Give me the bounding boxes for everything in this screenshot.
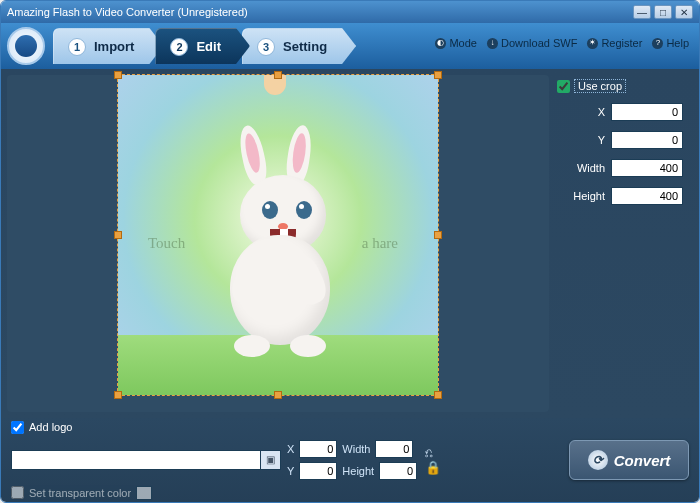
help-icon: ? <box>652 38 663 49</box>
tab-edit[interactable]: 2 Edit <box>155 28 250 64</box>
crop-width-label: Width <box>577 162 605 174</box>
tab-setting-number: 3 <box>257 38 275 56</box>
tab-import[interactable]: 1 Import <box>53 28 163 64</box>
crop-handle-tm[interactable] <box>274 71 282 79</box>
step-tabs: 1 Import 2 Edit 3 Setting <box>53 28 348 64</box>
minimize-button[interactable]: — <box>633 5 651 19</box>
crop-height-label: Height <box>573 190 605 202</box>
register-link[interactable]: ✶Register <box>587 37 642 49</box>
logo-width-input[interactable] <box>375 440 413 458</box>
app-logo-icon <box>7 27 45 65</box>
tab-setting-label: Setting <box>283 39 327 54</box>
crop-width-input[interactable] <box>611 159 683 177</box>
convert-icon: ⟳ <box>588 450 608 470</box>
crop-handle-bl[interactable] <box>114 391 122 399</box>
tab-import-label: Import <box>94 39 134 54</box>
crop-handle-tr[interactable] <box>434 71 442 79</box>
crop-handle-tl[interactable] <box>114 71 122 79</box>
tab-import-number: 1 <box>68 38 86 56</box>
browse-logo-button[interactable]: ▣ <box>261 450 281 470</box>
use-crop-checkbox[interactable] <box>557 80 570 93</box>
watermark-right: a hare <box>362 235 398 252</box>
use-crop-label: Use crop <box>574 79 626 93</box>
download-icon: ↓ <box>487 38 498 49</box>
logo-panel: Add logo ▣ XWidth YHeight ⎌🔒 Set transpa… <box>11 421 559 500</box>
logo-y-label: Y <box>287 465 294 477</box>
tab-setting[interactable]: 3 Setting <box>242 28 356 64</box>
add-logo-checkbox[interactable] <box>11 421 24 434</box>
preview-image: Touch a hare <box>118 75 438 395</box>
add-logo-label: Add logo <box>29 421 72 433</box>
header-bar: 1 Import 2 Edit 3 Setting ◐Mode ↓Downloa… <box>1 23 699 69</box>
crop-height-input[interactable] <box>611 187 683 205</box>
convert-button[interactable]: ⟳ Convert <box>569 440 689 480</box>
transparent-color-checkbox[interactable] <box>11 486 24 499</box>
crop-sidebar: Use crop X Y Width Height <box>553 75 693 412</box>
crop-x-label: X <box>598 106 605 118</box>
titlebar: Amazing Flash to Video Converter (Unregi… <box>1 1 699 23</box>
transparent-color-swatch[interactable] <box>136 486 152 500</box>
help-link[interactable]: ?Help <box>652 37 689 49</box>
logo-y-input[interactable] <box>299 462 337 480</box>
download-swf-link[interactable]: ↓Download SWF <box>487 37 577 49</box>
crop-preview[interactable]: Touch a hare <box>118 75 438 395</box>
close-button[interactable]: ✕ <box>675 5 693 19</box>
app-window: Amazing Flash to Video Converter (Unregi… <box>0 0 700 503</box>
window-title: Amazing Flash to Video Converter (Unregi… <box>7 6 630 18</box>
logo-height-label: Height <box>342 465 374 477</box>
logo-x-input[interactable] <box>299 440 337 458</box>
crop-handle-br[interactable] <box>434 391 442 399</box>
transparent-color-label: Set transparent color <box>29 487 131 499</box>
tab-edit-number: 2 <box>170 38 188 56</box>
crop-handle-mr[interactable] <box>434 231 442 239</box>
crop-handle-bm[interactable] <box>274 391 282 399</box>
lock-icon: ⎌🔒 <box>425 445 441 475</box>
logo-path-input[interactable] <box>11 450 261 470</box>
mode-icon: ◐ <box>435 38 446 49</box>
logo-width-label: Width <box>342 443 370 455</box>
crop-y-label: Y <box>598 134 605 146</box>
main-area: Touch a hare Use crop X Y Width Heig <box>1 69 699 418</box>
register-icon: ✶ <box>587 38 598 49</box>
bottom-bar: Add logo ▣ XWidth YHeight ⎌🔒 Set transpa… <box>1 418 699 502</box>
convert-label: Convert <box>614 452 671 469</box>
folder-icon: ▣ <box>266 454 275 465</box>
preview-panel: Touch a hare <box>7 75 549 412</box>
top-links: ◐Mode ↓Download SWF ✶Register ?Help <box>435 37 689 49</box>
maximize-button[interactable]: □ <box>654 5 672 19</box>
lock-aspect-button[interactable]: ⎌🔒 <box>425 445 441 475</box>
crop-x-input[interactable] <box>611 103 683 121</box>
crop-y-input[interactable] <box>611 131 683 149</box>
crop-handle-ml[interactable] <box>114 231 122 239</box>
logo-height-input[interactable] <box>379 462 417 480</box>
logo-x-label: X <box>287 443 294 455</box>
tab-edit-label: Edit <box>196 39 221 54</box>
mode-link[interactable]: ◐Mode <box>435 37 477 49</box>
watermark-left: Touch <box>148 235 185 252</box>
